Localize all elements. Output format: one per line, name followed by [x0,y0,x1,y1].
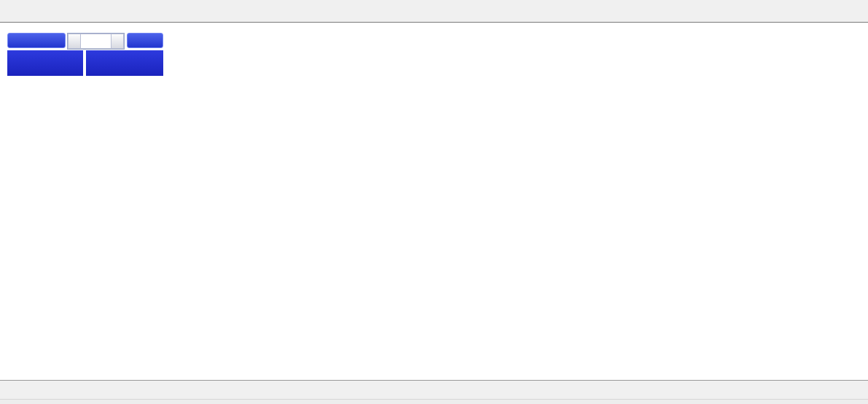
chart-tab-bar [0,380,868,399]
volume-input[interactable] [81,34,111,49]
sell-price-box[interactable] [7,50,83,76]
volume-decrease-button[interactable] [68,34,81,49]
buy-button[interactable] [127,33,163,48]
sell-button[interactable] [7,33,66,48]
volume-spinner [67,33,125,50]
one-click-trade-panel [6,32,165,76]
volume-increase-button[interactable] [111,34,124,49]
buy-price-box[interactable] [86,50,163,76]
mt4-window [0,0,868,404]
